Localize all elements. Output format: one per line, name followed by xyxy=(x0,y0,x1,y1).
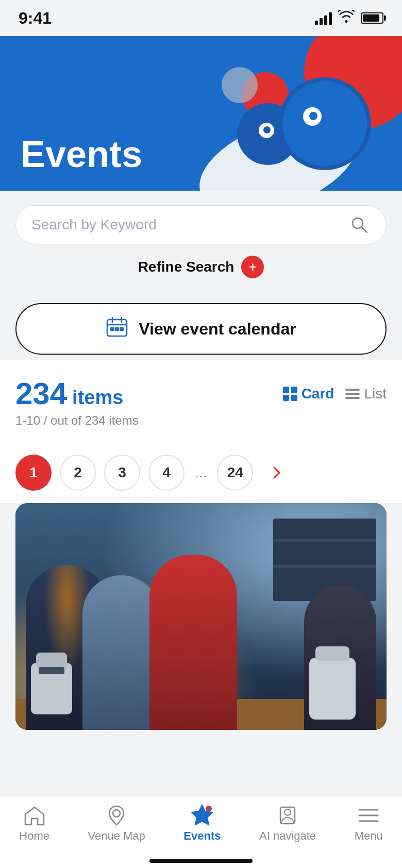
nav-item-menu[interactable]: Menu xyxy=(355,805,383,843)
robot-figure-2 xyxy=(309,658,356,720)
results-sub-label: 1-10 / out of 234 items xyxy=(15,413,387,428)
search-input-placeholder: Search by Keyword xyxy=(31,216,157,233)
signal-icon xyxy=(315,11,332,25)
svg-rect-6 xyxy=(110,327,114,331)
results-number: 234 xyxy=(15,378,67,409)
bottom-navigation: Home Venue Map Events AI n xyxy=(0,796,402,868)
list-view-icon xyxy=(345,389,360,399)
battery-icon xyxy=(361,12,383,24)
pagination-next-button[interactable] xyxy=(261,457,292,488)
event-card[interactable] xyxy=(15,503,387,730)
list-view-button[interactable]: List xyxy=(345,386,387,402)
nav-item-events[interactable]: Events xyxy=(183,805,221,843)
card-view-label: Card xyxy=(301,386,334,402)
search-section: Search by Keyword Refine Search + xyxy=(0,191,402,289)
view-toggle: Card List xyxy=(283,386,387,402)
nav-item-ai-navigate[interactable]: AI navigate xyxy=(259,805,316,843)
child-figure-2 xyxy=(82,575,160,730)
nav-ai-navigate-label: AI navigate xyxy=(259,829,316,843)
calendar-button-text: View event calendar xyxy=(139,320,296,339)
calendar-icon xyxy=(106,315,128,343)
decorative-blob-blue-right xyxy=(278,77,371,170)
home-indicator xyxy=(149,859,253,863)
nav-menu-label: Menu xyxy=(355,829,383,843)
view-event-calendar-button[interactable]: View event calendar xyxy=(15,303,387,355)
page-24-button[interactable]: 24 xyxy=(217,455,253,491)
events-icon xyxy=(189,805,215,826)
card-view-button[interactable]: Card xyxy=(283,386,334,402)
results-label: items xyxy=(72,387,123,409)
hero-title: Events xyxy=(21,133,142,175)
pagination-ellipsis: ... xyxy=(193,464,209,481)
refine-search-button[interactable]: + xyxy=(241,256,264,278)
refine-search-label: Refine Search xyxy=(138,259,234,275)
card-view-icon xyxy=(283,387,297,401)
status-icons xyxy=(315,10,383,27)
svg-rect-7 xyxy=(115,327,119,331)
calendar-section: View event calendar xyxy=(0,289,402,360)
page-4-button[interactable]: 4 xyxy=(148,455,185,491)
svg-point-9 xyxy=(113,810,120,817)
status-bar: 9:41 xyxy=(0,0,402,36)
nav-events-label: Events xyxy=(183,829,221,843)
home-icon xyxy=(21,805,48,826)
pagination: 1 2 3 4 ... 24 xyxy=(0,436,402,503)
wifi-icon xyxy=(338,10,355,27)
decorative-blob-blue-right-eye-pupil xyxy=(309,112,317,120)
svg-rect-8 xyxy=(120,327,124,331)
list-view-label: List xyxy=(364,386,387,402)
search-bar[interactable]: Search by Keyword xyxy=(15,205,387,244)
hero-banner: Events xyxy=(0,36,402,191)
menu-icon xyxy=(355,805,382,826)
venue-map-icon xyxy=(103,805,130,826)
refine-search-section: Refine Search + xyxy=(15,244,387,283)
nav-item-home[interactable]: Home xyxy=(19,805,49,843)
decorative-blob-blue-pupil xyxy=(263,126,271,133)
page-2-button[interactable]: 2 xyxy=(60,455,96,491)
event-image xyxy=(15,503,387,730)
status-time: 9:41 xyxy=(19,9,52,28)
nav-home-label: Home xyxy=(19,829,49,843)
nav-venue-map-label: Venue Map xyxy=(88,829,145,843)
results-section: 234 items Card List 1-10 / out of 234 it… xyxy=(0,360,402,436)
robot-figure-1 xyxy=(31,663,72,714)
results-count: 234 items xyxy=(15,378,123,409)
decorative-blob-gray xyxy=(222,67,258,103)
svg-point-13 xyxy=(284,809,291,815)
ai-navigate-icon xyxy=(274,805,301,826)
page-3-button[interactable]: 3 xyxy=(104,455,140,491)
page-1-button[interactable]: 1 xyxy=(15,455,52,491)
svg-line-1 xyxy=(361,227,367,232)
child-figure-3 xyxy=(149,555,237,730)
search-icon[interactable] xyxy=(348,213,371,236)
results-top-row: 234 items Card List xyxy=(15,378,387,409)
nav-item-venue-map[interactable]: Venue Map xyxy=(88,805,145,843)
